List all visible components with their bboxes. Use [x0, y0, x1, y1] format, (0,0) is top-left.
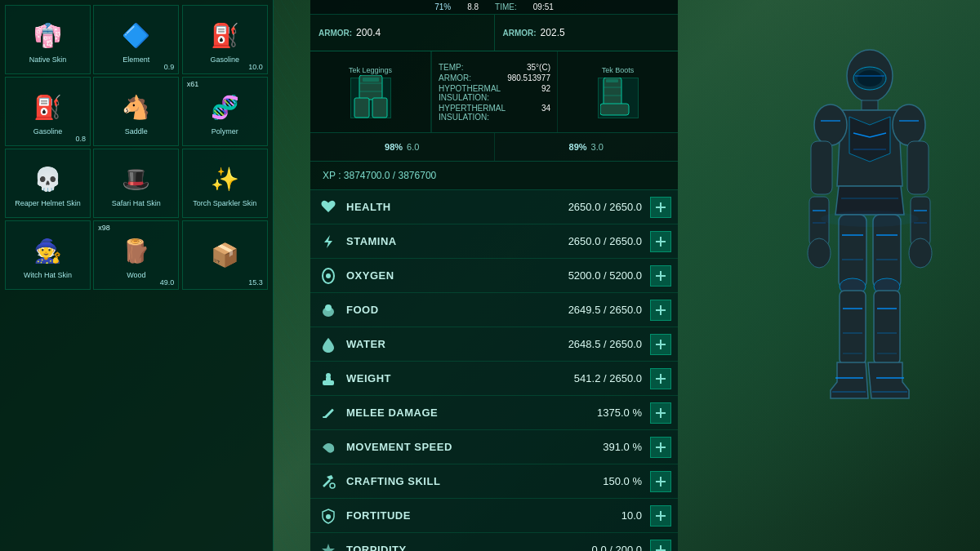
stat-row-water[interactable]: WATER2648.5 / 2650.0 [310, 327, 678, 362]
armor-bar: ARMOR: 200.4 ARMOR: 202.5 [310, 15, 678, 51]
svg-rect-32 [323, 416, 327, 418]
inventory-slot-6[interactable]: 💀Reaper Helmet Skin [5, 149, 91, 218]
equipment-row: Tek Leggings TEMP: 35°(C) ARMOR: [310, 51, 678, 133]
item-count-5: x61 [187, 80, 199, 88]
stats-wrapper: ARMOR: 200.4 ARMOR: 202.5 Tek Leggings [310, 15, 678, 551]
stat-name-stamina: STAMINA [340, 235, 552, 247]
time-value: 09:51 [533, 2, 554, 11]
stat-row-torpidity[interactable]: TORPIDITY0.0 / 200.0 [310, 533, 678, 551]
inventory-grid: 👘Native Skin🔷Element0.9⛽Gasoline10.0⛽Gas… [3, 3, 270, 291]
svg-point-28 [326, 373, 331, 378]
item-name-2: Gasoline [208, 56, 241, 64]
stat-icon-crafting [317, 470, 340, 493]
time-bar: 71% 8.8 TIME: 09:51 [310, 0, 678, 15]
inventory-slot-10[interactable]: x98🪵Wood49.0 [93, 220, 179, 290]
svg-rect-46 [656, 549, 666, 551]
stat-row-melee[interactable]: MELEE DAMAGE1375.0 % [310, 396, 678, 430]
info-armor-row: ARMOR: 980.513977 [439, 73, 550, 83]
stat-row-fortitude[interactable]: FORTITUDE10.0 [310, 499, 678, 533]
armor-right: ARMOR: 202.5 [495, 15, 679, 51]
stat-icon-fortitude [317, 504, 340, 527]
armor-slot-1[interactable]: 98% 6.0 [310, 133, 495, 161]
inventory-slot-3[interactable]: ⛽Gasoline0.8 [5, 77, 91, 146]
info-hypo-row: HYPOTHERMAL INSULATION: 92 [439, 83, 550, 103]
stat-value-torpidity: 0.0 / 200.0 [552, 544, 650, 551]
inventory-slot-5[interactable]: x61🧬Polymer [182, 77, 268, 146]
stat-name-weight: WEIGHT [340, 372, 552, 384]
stat-name-water: WATER [340, 338, 552, 350]
stat-name-oxygen: OXYGEN [340, 269, 552, 282]
svg-point-56 [893, 104, 925, 145]
stat-plus-food[interactable] [650, 300, 671, 321]
svg-rect-23 [656, 309, 666, 311]
armor-slots-row: 98% 6.0 89% 3.0 [310, 133, 678, 162]
stat-plus-movement[interactable] [650, 437, 671, 458]
stat-row-health[interactable]: HEALTH2650.0 / 2650.0 [310, 190, 678, 224]
stat-plus-water[interactable] [650, 334, 671, 355]
stat-row-movement[interactable]: MOVEMENT SPEED391.0 % [310, 430, 678, 464]
svg-rect-36 [656, 447, 666, 448]
hyperthermal-value: 34 [541, 104, 550, 122]
svg-point-38 [330, 483, 335, 488]
stat-row-weight[interactable]: WEIGHT541.2 / 2650.0 [310, 362, 678, 396]
inventory-slot-1[interactable]: 🔷Element0.9 [93, 5, 179, 74]
armor-left-label: ARMOR: [318, 29, 352, 38]
inventory-slot-2[interactable]: ⛽Gasoline10.0 [182, 5, 268, 74]
stat-icon-water [317, 333, 340, 356]
inventory-slot-4[interactable]: 🐴Saddle [93, 77, 179, 146]
stat-plus-oxygen[interactable] [650, 265, 671, 287]
inventory-slot-7[interactable]: 🎩Safari Hat Skin [93, 149, 179, 218]
svg-rect-25 [656, 344, 666, 345]
item-name-3: Gasoline [32, 127, 65, 136]
character-figure [796, 31, 943, 521]
stat-row-oxygen[interactable]: OXYGEN5200.0 / 5200.0 [310, 259, 678, 293]
equip-leggings-name: Tek Leggings [349, 66, 392, 74]
info-temp-row: TEMP: 35°(C) [439, 62, 550, 73]
stat-value-melee: 1375.0 % [552, 407, 650, 419]
item-name-5: Polymer [210, 127, 240, 136]
stat-plus-torpidity[interactable] [650, 540, 671, 552]
stat-plus-stamina[interactable] [650, 231, 671, 252]
item-name-0: Native Skin [28, 56, 69, 64]
armor-slot-2[interactable]: 89% 3.0 [495, 133, 679, 161]
svg-rect-10 [606, 79, 618, 82]
stat-value-oxygen: 5200.0 / 5200.0 [552, 269, 650, 282]
stat-plus-melee[interactable] [650, 402, 671, 424]
item-icon-6: 💀 [28, 158, 69, 199]
xp-label: XP : 3874700.0 / 3876700 [323, 170, 436, 181]
inventory-slot-11[interactable]: 📦15.3 [182, 220, 268, 290]
armor-slot-2-pct: 89% [569, 142, 587, 152]
item-name-4: Saddle [123, 127, 149, 136]
armor-info-label: ARMOR: [439, 73, 471, 82]
stat-plus-crafting[interactable] [650, 471, 671, 492]
stat-value-stamina: 2650.0 / 2650.0 [552, 235, 650, 247]
stat-plus-fortitude[interactable] [650, 505, 671, 527]
stat-row-crafting[interactable]: CRAFTING SKILL150.0 % [310, 464, 678, 499]
svg-rect-2 [372, 98, 387, 118]
stat-row-food[interactable]: FOOD2649.5 / 2650.0 [310, 293, 678, 327]
stat-row-stamina[interactable]: STAMINA2650.0 / 2650.0 [310, 224, 678, 259]
time-label: TIME: [495, 2, 517, 11]
inventory-slot-9[interactable]: 🧙Witch Hat Skin [5, 220, 91, 290]
svg-rect-15 [656, 241, 666, 242]
svg-point-41 [326, 514, 331, 519]
svg-rect-40 [656, 481, 666, 482]
item-weight-10: 49.0 [160, 278, 175, 287]
stat-plus-health[interactable] [650, 197, 671, 218]
stat-value-water: 2648.5 / 2650.0 [552, 338, 650, 350]
equip-slot-leggings[interactable]: Tek Leggings [310, 51, 431, 132]
stat-icon-stamina [317, 230, 340, 253]
inventory-slot-0[interactable]: 👘Native Skin [5, 5, 91, 74]
armor-left-value: 200.4 [356, 27, 381, 38]
equip-slot-boots[interactable]: Tek Boots [558, 51, 678, 132]
item-icon-4: 🐴 [116, 87, 157, 127]
stat-icon-oxygen [317, 264, 340, 287]
hypothermal-label: HYPOTHERMAL INSULATION: [439, 84, 541, 102]
item-icon-1: 🔷 [116, 15, 157, 56]
stat-plus-weight[interactable] [650, 368, 671, 389]
armor-left: ARMOR: 200.4 [310, 15, 495, 51]
temp-label: TEMP: [439, 63, 464, 72]
character-svg [796, 39, 943, 513]
inventory-slot-8[interactable]: ✨Torch Sparkler Skin [182, 149, 268, 218]
svg-rect-51 [862, 100, 878, 110]
